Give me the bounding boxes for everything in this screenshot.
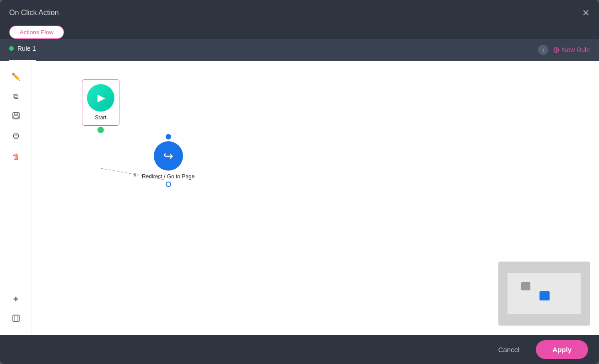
actions-flow-tab[interactable]: Actions Flow [9, 26, 64, 39]
redirect-dot-bottom[interactable] [166, 182, 171, 187]
info-badge: i [538, 45, 548, 55]
plus-circle-icon: ⊕ [553, 45, 560, 55]
modal-header: On Click Action ✕ [0, 0, 599, 26]
cancel-button[interactable]: Cancel [489, 341, 529, 358]
minimap [498, 262, 590, 326]
close-button[interactable]: ✕ [582, 8, 590, 17]
redirect-node-label: Redirect / Go to Page [142, 173, 194, 180]
modal-title: On Click Action [9, 9, 59, 17]
rule-bar: Rule 1 i ⊕ New Rule [0, 39, 599, 61]
canvas-area: ✏️ ⧉ [0, 61, 599, 335]
svg-rect-2 [14, 116, 18, 118]
start-connector-bottom[interactable] [97, 127, 104, 133]
edit-tool-button[interactable]: ✏️ [8, 68, 24, 85]
delete-tool-button[interactable]: 🗑 [8, 149, 24, 165]
save-icon [12, 112, 20, 122]
modal-container: On Click Action ✕ Actions Flow Rule 1 i … [0, 0, 599, 364]
save-tool-button[interactable] [8, 108, 24, 125]
start-node-label: Start [95, 114, 106, 121]
copy-tool-button[interactable]: ⧉ [8, 88, 24, 105]
rule-name: Rule 1 [17, 45, 36, 52]
bottom-bar: Cancel Apply [0, 335, 599, 364]
redirect-dot-top [166, 134, 171, 139]
start-circle: ▶ [87, 84, 114, 112]
redirect-circle: ↪ [154, 141, 183, 171]
edit-icon: ✏️ [11, 72, 21, 81]
start-node[interactable]: ▶ Start [78, 79, 124, 133]
left-toolbar: ✏️ ⧉ [0, 61, 32, 335]
new-rule-label: New Rule [562, 46, 590, 54]
start-node-box: ▶ Start [82, 79, 119, 126]
new-rule-button[interactable]: ⊕ New Rule [553, 45, 590, 55]
connection-x-marker: x [134, 171, 136, 178]
minimap-inner [507, 273, 581, 314]
redirect-icon: ↪ [163, 149, 173, 163]
minimap-start-node [521, 282, 530, 290]
copy-icon: ⧉ [13, 92, 18, 101]
zoom-in-icon: + [13, 294, 19, 305]
power-tool-button[interactable] [8, 128, 24, 145]
power-icon [12, 132, 20, 142]
rule-active-dot [9, 46, 14, 51]
toolbar-top: ✏️ ⧉ [8, 68, 24, 165]
fit-view-button[interactable] [8, 311, 24, 327]
zoom-in-button[interactable]: + [8, 291, 24, 307]
tabs-bar: Actions Flow [0, 26, 599, 39]
minimap-redirect-node [540, 291, 550, 300]
svg-rect-3 [13, 315, 19, 321]
rule-label: Rule 1 [9, 39, 36, 61]
redirect-node[interactable]: ↪ Redirect / Go to Page [142, 134, 194, 187]
fit-view-icon [12, 314, 20, 324]
delete-icon: 🗑 [12, 153, 20, 161]
toolbar-bottom: + [8, 291, 24, 327]
play-icon: ▶ [97, 92, 105, 104]
apply-button[interactable]: Apply [536, 340, 588, 359]
flow-canvas[interactable]: x ▶ Start ↪ Redirect / Go to Page [32, 61, 599, 335]
rule-bar-right: i ⊕ New Rule [538, 45, 590, 55]
